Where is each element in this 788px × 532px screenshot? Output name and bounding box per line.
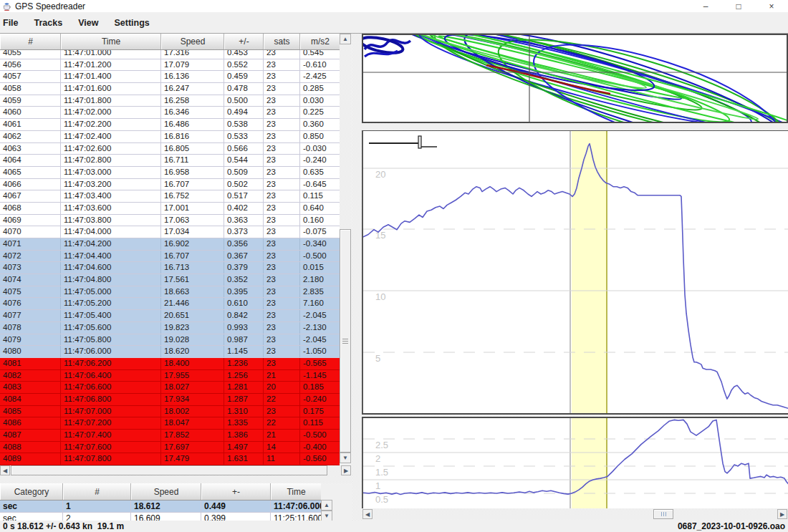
column-header[interactable]: Speed	[131, 483, 201, 500]
summary-table-header[interactable]: Category#Speed+-Time	[0, 483, 321, 500]
table-row[interactable]: 406611:47:03.20016.7070.50223-0.645	[0, 179, 340, 191]
table-row[interactable]: 407011:47:04.00017.0340.37323-0.075	[0, 226, 340, 238]
summary-scroll-up-button[interactable]: ▲	[321, 500, 332, 511]
column-header[interactable]: Time	[61, 34, 161, 49]
table-row[interactable]: 405611:47:01.20017.0790.55223-0.610	[0, 59, 340, 72]
column-header[interactable]: #	[0, 34, 61, 49]
table-cell: 11:47:04.800	[61, 274, 161, 286]
table-horizontal-scrollbar[interactable]: ◀ ▶	[0, 465, 351, 475]
table-row[interactable]: 408211:47:06.40017.9551.25621-1.145	[0, 370, 340, 382]
table-row[interactable]: 406511:47:03.00016.9580.509230.635	[0, 167, 340, 179]
scrollbar-thumb[interactable]	[653, 509, 673, 519]
table-row[interactable]: 408111:47:06.20018.4001.23623-0.565	[0, 358, 340, 370]
track-map-canvas[interactable]	[363, 35, 787, 122]
table-row[interactable]: 406811:47:03.60017.0010.402230.640	[0, 203, 340, 215]
table-row[interactable]: 407411:47:04.80017.5610.352232.180	[0, 274, 340, 286]
scrollbar-thumb[interactable]	[11, 465, 327, 475]
table-cell: 17.852	[161, 430, 224, 441]
table-row[interactable]: 407211:47:04.40016.7070.36723-0.500	[0, 251, 340, 263]
summary-row[interactable]: sec118.6120.44911:47:06.000	[0, 500, 321, 513]
table-row[interactable]: 406411:47:02.80016.7110.54423-0.240	[0, 155, 340, 167]
vertical-splitter[interactable]	[352, 34, 362, 521]
table-row[interactable]: 405711:47:01.40016.1360.45923-2.425	[0, 71, 340, 83]
arrow-right-icon: ▶	[344, 468, 348, 474]
table-cell: 17.955	[161, 370, 224, 382]
column-header[interactable]: Category	[0, 483, 63, 500]
points-table-body[interactable]: 405511:47:01.00017.3160.453230.545405611…	[0, 50, 340, 465]
points-table-header[interactable]: #TimeSpeed+/-satsm/s2	[0, 34, 340, 50]
speed-chart[interactable]: 2015105	[362, 130, 788, 413]
table-cell: -2.130	[300, 322, 340, 334]
scroll-down-button[interactable]: ▼	[340, 453, 351, 463]
horizontal-splitter[interactable]	[0, 475, 352, 483]
table-row[interactable]: 408711:47:07.40017.8521.38621-0.500	[0, 430, 340, 442]
summary-table-body[interactable]: sec118.6120.44911:47:06.000sec216.6090.3…	[0, 500, 321, 521]
scroll-left-button[interactable]: ◀	[0, 465, 10, 475]
table-cell: 23	[264, 238, 300, 250]
table-row[interactable]: 406111:47:02.20016.4860.538230.360	[0, 119, 340, 131]
table-row[interactable]: 407611:47:05.20021.4460.610237.160	[0, 298, 340, 310]
close-button[interactable]: ×	[755, 0, 788, 12]
table-row[interactable]: 408811:47:07.60017.6971.49714-0.400	[0, 442, 340, 454]
column-header[interactable]: Speed	[161, 34, 224, 49]
table-cell: 11:47:04.400	[61, 251, 161, 262]
table-cell: -0.500	[300, 430, 340, 441]
table-row[interactable]: 406911:47:03.80017.0630.363230.160	[0, 215, 340, 227]
scroll-right-button[interactable]: ▶	[777, 509, 787, 519]
track-map[interactable]	[362, 34, 788, 123]
table-cell: 4078	[0, 322, 61, 334]
table-row[interactable]: 407811:47:05.60019.8230.99323-2.130	[0, 322, 340, 334]
column-header[interactable]: Time	[271, 483, 321, 500]
scrollbar-thumb[interactable]	[340, 229, 351, 453]
column-header[interactable]: #	[63, 483, 131, 500]
table-row[interactable]: 408911:47:07.80017.4791.63111-0.560	[0, 453, 340, 465]
map-chart-splitter[interactable]	[362, 123, 788, 130]
scroll-up-button[interactable]: ▲	[340, 34, 351, 44]
speed-chart-canvas[interactable]: 2015105	[363, 131, 788, 413]
table-cell: 4076	[0, 298, 61, 309]
table-row[interactable]: 405911:47:01.80016.2580.500230.030	[0, 95, 340, 107]
table-row[interactable]: 406711:47:03.40016.7520.517230.115	[0, 190, 340, 203]
table-row[interactable]: 407311:47:04.60016.7130.379230.015	[0, 262, 340, 274]
table-row[interactable]: 406311:47:02.60016.8050.56623-0.030	[0, 143, 340, 155]
table-row[interactable]: 408411:47:06.80017.9341.28722-0.240	[0, 394, 340, 406]
table-row[interactable]: 405811:47:01.60016.2470.478230.285	[0, 83, 340, 95]
table-row[interactable]: 408611:47:07.20018.0471.335220.115	[0, 417, 340, 430]
menu-view[interactable]: View	[70, 18, 106, 28]
error-chart-canvas[interactable]: 2.521.510.5	[363, 418, 788, 508]
chart-horizontal-scrollbar[interactable]: ◀ ▶	[362, 509, 788, 519]
summary-cell: 0.449	[201, 500, 271, 512]
menu-file[interactable]: File	[0, 18, 27, 28]
scroll-left-button[interactable]: ◀	[362, 509, 373, 519]
zoom-slider[interactable]	[369, 136, 437, 148]
table-row[interactable]: 406211:47:02.40016.8160.533230.850	[0, 131, 340, 143]
column-header[interactable]: +-	[201, 483, 271, 500]
maximize-button[interactable]: □	[722, 0, 755, 12]
menu-tracks[interactable]: Tracks	[27, 18, 71, 28]
points-table[interactable]: #TimeSpeed+/-satsm/s2 405511:47:01.00017…	[0, 34, 340, 465]
summary-cell: 1	[63, 500, 131, 512]
error-chart[interactable]: 2.521.510.5	[362, 418, 788, 508]
column-header[interactable]: sats	[264, 34, 300, 49]
table-cell: 23	[264, 274, 300, 286]
table-row[interactable]: 406011:47:02.00016.3460.494230.225	[0, 107, 340, 119]
table-row[interactable]: 408011:47:06.00018.6201.14523-1.050	[0, 346, 340, 358]
table-cell: 11:47:06.400	[61, 370, 161, 382]
scroll-right-button[interactable]: ▶	[341, 465, 351, 475]
column-header[interactable]: m/s2	[300, 34, 340, 49]
column-header[interactable]: +/-	[224, 34, 264, 49]
table-row[interactable]: 407711:47:05.40020.6510.84223-2.045	[0, 310, 340, 322]
menu-settings[interactable]: Settings	[106, 18, 157, 28]
table-row[interactable]: 405511:47:01.00017.3160.453230.545	[0, 50, 340, 59]
summary-scroll-down-button[interactable]: ▼	[321, 511, 332, 521]
title-bar[interactable]: GPS Speedreader –□×	[0, 0, 788, 12]
table-row[interactable]: 407111:47:04.20016.9020.35623-0.340	[0, 238, 340, 251]
table-row[interactable]: 408311:47:06.60018.0271.281200.185	[0, 382, 340, 394]
minimize-button[interactable]: –	[689, 0, 722, 12]
table-cell: 1.256	[224, 370, 264, 382]
table-row[interactable]: 407911:47:05.80019.0280.98723-2.045	[0, 334, 340, 347]
table-vertical-scrollbar[interactable]: ▲ ▼	[340, 34, 351, 463]
table-row[interactable]: 407511:47:05.00018.6630.395232.835	[0, 286, 340, 299]
chart-divider[interactable]	[362, 413, 788, 418]
table-row[interactable]: 408511:47:07.00018.0021.310230.175	[0, 406, 340, 418]
